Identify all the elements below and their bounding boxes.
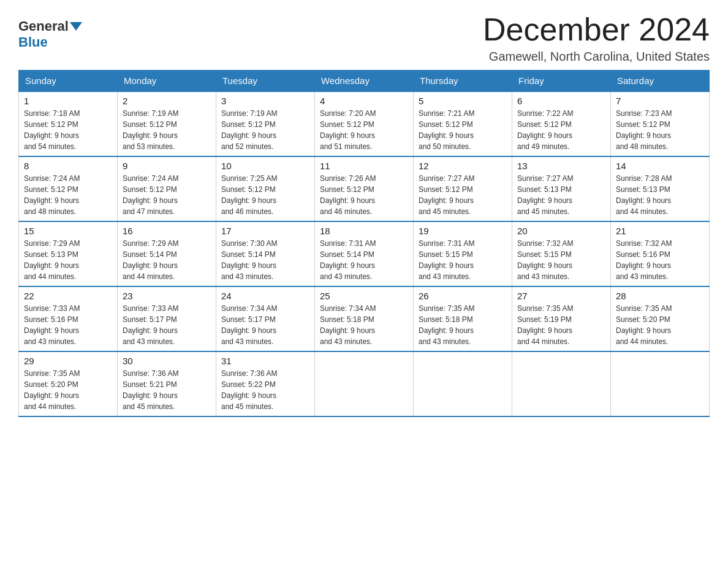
- day-info: Sunrise: 7:29 AMSunset: 5:14 PMDaylight:…: [123, 238, 211, 282]
- calendar-week-row: 29Sunrise: 7:35 AMSunset: 5:20 PMDayligh…: [19, 351, 710, 416]
- day-info: Sunrise: 7:31 AMSunset: 5:14 PMDaylight:…: [320, 238, 408, 282]
- table-row: 5Sunrise: 7:21 AMSunset: 5:12 PMDaylight…: [414, 91, 512, 156]
- calendar-table: Sunday Monday Tuesday Wednesday Thursday…: [18, 70, 710, 417]
- calendar-week-row: 1Sunrise: 7:18 AMSunset: 5:12 PMDaylight…: [19, 91, 710, 156]
- table-row: 1Sunrise: 7:18 AMSunset: 5:12 PMDaylight…: [19, 91, 118, 156]
- table-row: 6Sunrise: 7:22 AMSunset: 5:12 PMDaylight…: [512, 91, 611, 156]
- day-info: Sunrise: 7:34 AMSunset: 5:18 PMDaylight:…: [320, 303, 408, 347]
- calendar-week-row: 22Sunrise: 7:33 AMSunset: 5:16 PMDayligh…: [19, 286, 710, 351]
- weekday-header-row: Sunday Monday Tuesday Wednesday Thursday…: [19, 71, 710, 92]
- day-number: 26: [419, 291, 507, 301]
- day-number: 1: [24, 96, 112, 106]
- table-row: 15Sunrise: 7:29 AMSunset: 5:13 PMDayligh…: [19, 221, 118, 286]
- day-number: 3: [221, 96, 309, 106]
- day-number: 29: [24, 356, 112, 366]
- day-number: 11: [320, 161, 408, 171]
- day-number: 21: [616, 226, 704, 236]
- day-info: Sunrise: 7:24 AMSunset: 5:12 PMDaylight:…: [123, 173, 211, 217]
- day-info: Sunrise: 7:22 AMSunset: 5:12 PMDaylight:…: [517, 108, 605, 152]
- table-row: 10Sunrise: 7:25 AMSunset: 5:12 PMDayligh…: [216, 156, 315, 221]
- table-row: 11Sunrise: 7:26 AMSunset: 5:12 PMDayligh…: [315, 156, 414, 221]
- table-row: 24Sunrise: 7:34 AMSunset: 5:17 PMDayligh…: [216, 286, 315, 351]
- table-row: 4Sunrise: 7:20 AMSunset: 5:12 PMDaylight…: [315, 91, 414, 156]
- day-number: 15: [24, 226, 112, 236]
- logo: General Blue: [18, 12, 83, 50]
- day-info: Sunrise: 7:36 AMSunset: 5:22 PMDaylight:…: [221, 368, 309, 412]
- day-number: 7: [616, 96, 704, 106]
- header-sunday: Sunday: [19, 71, 118, 92]
- day-number: 4: [320, 96, 408, 106]
- day-info: Sunrise: 7:18 AMSunset: 5:12 PMDaylight:…: [24, 108, 112, 152]
- table-row: [414, 351, 512, 416]
- day-number: 9: [123, 161, 211, 171]
- table-row: 2Sunrise: 7:19 AMSunset: 5:12 PMDaylight…: [118, 91, 216, 156]
- header-friday: Friday: [512, 71, 611, 92]
- day-info: Sunrise: 7:24 AMSunset: 5:12 PMDaylight:…: [24, 173, 112, 217]
- table-row: 18Sunrise: 7:31 AMSunset: 5:14 PMDayligh…: [315, 221, 414, 286]
- day-info: Sunrise: 7:36 AMSunset: 5:21 PMDaylight:…: [123, 368, 211, 412]
- table-row: 30Sunrise: 7:36 AMSunset: 5:21 PMDayligh…: [118, 351, 216, 416]
- table-row: 12Sunrise: 7:27 AMSunset: 5:12 PMDayligh…: [414, 156, 512, 221]
- day-info: Sunrise: 7:32 AMSunset: 5:16 PMDaylight:…: [616, 238, 704, 282]
- day-info: Sunrise: 7:35 AMSunset: 5:20 PMDaylight:…: [24, 368, 112, 412]
- table-row: 8Sunrise: 7:24 AMSunset: 5:12 PMDaylight…: [19, 156, 118, 221]
- header-monday: Monday: [118, 71, 216, 92]
- table-row: 19Sunrise: 7:31 AMSunset: 5:15 PMDayligh…: [414, 221, 512, 286]
- table-row: 16Sunrise: 7:29 AMSunset: 5:14 PMDayligh…: [118, 221, 216, 286]
- day-info: Sunrise: 7:35 AMSunset: 5:18 PMDaylight:…: [419, 303, 507, 347]
- day-number: 17: [221, 226, 309, 236]
- table-row: 3Sunrise: 7:19 AMSunset: 5:12 PMDaylight…: [216, 91, 315, 156]
- table-row: 29Sunrise: 7:35 AMSunset: 5:20 PMDayligh…: [19, 351, 118, 416]
- day-number: 25: [320, 291, 408, 301]
- day-number: 30: [123, 356, 211, 366]
- day-info: Sunrise: 7:27 AMSunset: 5:13 PMDaylight:…: [517, 173, 605, 217]
- day-number: 8: [24, 161, 112, 171]
- day-info: Sunrise: 7:27 AMSunset: 5:12 PMDaylight:…: [419, 173, 507, 217]
- header-thursday: Thursday: [414, 71, 512, 92]
- day-number: 2: [123, 96, 211, 106]
- day-info: Sunrise: 7:33 AMSunset: 5:17 PMDaylight:…: [123, 303, 211, 347]
- day-number: 20: [517, 226, 605, 236]
- table-row: 9Sunrise: 7:24 AMSunset: 5:12 PMDaylight…: [118, 156, 216, 221]
- table-row: [611, 351, 710, 416]
- day-info: Sunrise: 7:34 AMSunset: 5:17 PMDaylight:…: [221, 303, 309, 347]
- day-number: 13: [517, 161, 605, 171]
- table-row: 28Sunrise: 7:35 AMSunset: 5:20 PMDayligh…: [611, 286, 710, 351]
- header-tuesday: Tuesday: [216, 71, 315, 92]
- logo-triangle-icon: [70, 22, 82, 31]
- location-title: Gamewell, North Carolina, United States: [483, 50, 710, 64]
- day-info: Sunrise: 7:23 AMSunset: 5:12 PMDaylight:…: [616, 108, 704, 152]
- table-row: [315, 351, 414, 416]
- table-row: 27Sunrise: 7:35 AMSunset: 5:19 PMDayligh…: [512, 286, 611, 351]
- logo-blue-text: Blue: [18, 34, 48, 50]
- day-info: Sunrise: 7:31 AMSunset: 5:15 PMDaylight:…: [419, 238, 507, 282]
- table-row: 26Sunrise: 7:35 AMSunset: 5:18 PMDayligh…: [414, 286, 512, 351]
- table-row: 13Sunrise: 7:27 AMSunset: 5:13 PMDayligh…: [512, 156, 611, 221]
- day-number: 23: [123, 291, 211, 301]
- day-info: Sunrise: 7:19 AMSunset: 5:12 PMDaylight:…: [123, 108, 211, 152]
- day-info: Sunrise: 7:35 AMSunset: 5:20 PMDaylight:…: [616, 303, 704, 347]
- day-info: Sunrise: 7:32 AMSunset: 5:15 PMDaylight:…: [517, 238, 605, 282]
- calendar-week-row: 8Sunrise: 7:24 AMSunset: 5:12 PMDaylight…: [19, 156, 710, 221]
- day-info: Sunrise: 7:33 AMSunset: 5:16 PMDaylight:…: [24, 303, 112, 347]
- table-row: 7Sunrise: 7:23 AMSunset: 5:12 PMDaylight…: [611, 91, 710, 156]
- table-row: 17Sunrise: 7:30 AMSunset: 5:14 PMDayligh…: [216, 221, 315, 286]
- day-number: 10: [221, 161, 309, 171]
- table-row: 23Sunrise: 7:33 AMSunset: 5:17 PMDayligh…: [118, 286, 216, 351]
- day-number: 18: [320, 226, 408, 236]
- day-info: Sunrise: 7:26 AMSunset: 5:12 PMDaylight:…: [320, 173, 408, 217]
- day-number: 27: [517, 291, 605, 301]
- header-wednesday: Wednesday: [315, 71, 414, 92]
- page-header: General Blue December 2024 Gamewell, Nor…: [18, 12, 710, 64]
- day-info: Sunrise: 7:30 AMSunset: 5:14 PMDaylight:…: [221, 238, 309, 282]
- title-area: December 2024 Gamewell, North Carolina, …: [483, 12, 710, 64]
- day-number: 14: [616, 161, 704, 171]
- day-info: Sunrise: 7:29 AMSunset: 5:13 PMDaylight:…: [24, 238, 112, 282]
- table-row: 22Sunrise: 7:33 AMSunset: 5:16 PMDayligh…: [19, 286, 118, 351]
- day-number: 28: [616, 291, 704, 301]
- day-number: 31: [221, 356, 309, 366]
- day-info: Sunrise: 7:28 AMSunset: 5:13 PMDaylight:…: [616, 173, 704, 217]
- table-row: 20Sunrise: 7:32 AMSunset: 5:15 PMDayligh…: [512, 221, 611, 286]
- calendar-week-row: 15Sunrise: 7:29 AMSunset: 5:13 PMDayligh…: [19, 221, 710, 286]
- day-number: 16: [123, 226, 211, 236]
